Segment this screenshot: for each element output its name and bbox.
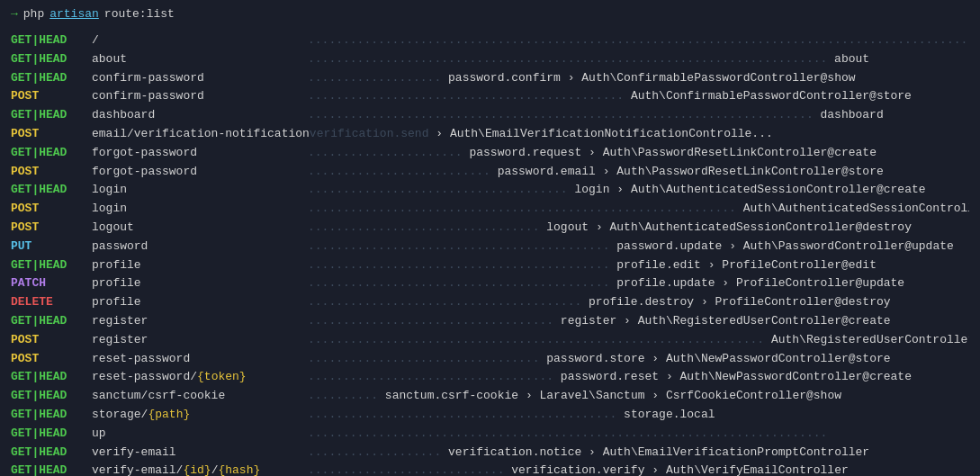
route-method: POST [11, 163, 92, 182]
route-meta: ..................................... lo… [308, 181, 969, 200]
route-uri: sanctum/csrf-cookie [92, 387, 308, 406]
route-method: POST [11, 350, 92, 369]
route-row: GET|HEADabout ..........................… [11, 50, 969, 69]
prompt-command: route:list [104, 7, 175, 21]
route-uri: dashboard [92, 106, 308, 125]
route-uri: up [92, 425, 308, 444]
route-row: POSTconfirm-password ...................… [11, 87, 969, 106]
route-row: POSTforgot-password ....................… [11, 163, 969, 182]
route-meta: ........................................… [308, 256, 969, 275]
route-uri: password [92, 238, 308, 256]
route-method: GET|HEAD [11, 181, 92, 200]
route-method: POST [11, 125, 92, 144]
route-row: GET|HEADconfirm-password ...............… [11, 69, 969, 88]
route-method: GET|HEAD [11, 144, 92, 163]
route-uri: confirm-password [92, 87, 308, 106]
route-method: DELETE [11, 293, 92, 312]
route-uri: about [92, 50, 308, 69]
route-method: POST [11, 331, 92, 350]
route-meta: ........................................… [308, 406, 969, 425]
prompt-php: php [23, 7, 44, 21]
route-method: PUT [11, 238, 92, 256]
prompt-arrow: → [11, 7, 18, 21]
route-meta: ........................................… [308, 331, 969, 350]
route-meta: ................................... regi… [308, 312, 969, 331]
route-uri: reset-password/{token} [92, 368, 308, 387]
route-meta: .......................... password.emai… [308, 163, 969, 182]
route-row: GET|HEADreset-password/{token} .........… [11, 368, 969, 387]
route-list: GET|HEAD/ ..............................… [11, 31, 969, 476]
route-meta: verification.send › Auth\EmailVerificati… [310, 125, 969, 144]
route-uri: storage/{path} [92, 406, 308, 425]
route-method: POST [11, 200, 92, 219]
route-row: GET|HEADregister .......................… [11, 312, 969, 331]
route-uri: verify-email [92, 444, 308, 463]
route-uri: profile [92, 256, 308, 275]
route-row: POSTemail/verification-notification veri… [11, 125, 969, 144]
route-method: GET|HEAD [11, 69, 92, 88]
route-row: GET|HEADverify-email ...................… [11, 444, 969, 463]
route-method: PATCH [11, 274, 92, 293]
route-meta: ................................... pass… [308, 368, 969, 387]
route-method: POST [11, 219, 92, 238]
route-uri: profile [92, 274, 308, 293]
route-uri: forgot-password [92, 163, 308, 182]
route-uri: confirm-password [92, 69, 308, 88]
route-uri: logout [92, 219, 308, 238]
route-method: GET|HEAD [11, 406, 92, 425]
route-meta: ................................. logout… [308, 219, 969, 238]
route-uri: profile [92, 293, 308, 312]
route-row: GET|HEADstorage/{path} .................… [11, 406, 969, 425]
route-method: GET|HEAD [11, 31, 92, 50]
route-row: PATCHprofile ...........................… [11, 274, 969, 293]
route-uri: / [92, 31, 308, 50]
route-method: GET|HEAD [11, 462, 92, 476]
route-row: GET|HEADlogin ..........................… [11, 181, 969, 200]
route-meta: ........................................… [308, 274, 969, 293]
route-uri: forgot-password [92, 144, 308, 163]
route-meta: ........................................… [308, 106, 969, 125]
route-meta: ........................................… [308, 31, 969, 50]
route-meta: ........................................… [308, 200, 969, 219]
route-meta: ...................... password.request … [308, 144, 969, 163]
route-uri: login [92, 181, 308, 200]
route-method: GET|HEAD [11, 387, 92, 406]
route-uri: reset-password [92, 350, 308, 369]
route-meta: ........................................… [308, 425, 969, 444]
route-method: GET|HEAD [11, 106, 92, 125]
route-meta: ................................. passwo… [308, 350, 969, 369]
route-row: DELETEprofile ..........................… [11, 293, 969, 312]
route-meta: ........................................… [308, 238, 969, 256]
route-row: POSTlogin ..............................… [11, 200, 969, 219]
route-row: POSTregister ...........................… [11, 331, 969, 350]
prompt-artisan: artisan [49, 7, 99, 21]
route-uri: register [92, 331, 308, 350]
route-meta: ....................................... … [308, 293, 969, 312]
route-meta: ............................ verificatio… [308, 462, 969, 476]
route-uri: login [92, 200, 308, 219]
route-method: GET|HEAD [11, 312, 92, 331]
route-method: GET|HEAD [11, 368, 92, 387]
route-method: GET|HEAD [11, 425, 92, 444]
route-uri: email/verification-notification [92, 125, 310, 144]
route-meta: .......... sanctum.csrf-cookie › Laravel… [308, 387, 969, 406]
route-meta: ................... verification.notice … [308, 444, 969, 463]
route-row: PUTpassword ............................… [11, 238, 969, 256]
route-method: POST [11, 87, 92, 106]
route-row: GET|HEADverify-email/{id}/{hash} .......… [11, 462, 969, 476]
route-meta: ................... password.confirm › A… [308, 69, 969, 88]
route-meta: ........................................… [308, 50, 969, 69]
route-method: GET|HEAD [11, 50, 92, 69]
route-row: GET|HEADprofile ........................… [11, 256, 969, 275]
route-row: POSTlogout .............................… [11, 219, 969, 238]
route-row: GET|HEADforgot-password ................… [11, 144, 969, 163]
route-row: GET|HEADup .............................… [11, 425, 969, 444]
route-meta: ........................................… [308, 87, 969, 106]
route-uri: verify-email/{id}/{hash} [92, 462, 308, 476]
route-row: GET|HEAD/ ..............................… [11, 31, 969, 50]
route-uri: register [92, 312, 308, 331]
route-row: GET|HEADsanctum/csrf-cookie .......... s… [11, 387, 969, 406]
route-row: POSTreset-password .....................… [11, 350, 969, 369]
terminal: → php artisan route:list GET|HEAD/ .....… [11, 7, 969, 476]
route-method: GET|HEAD [11, 256, 92, 275]
